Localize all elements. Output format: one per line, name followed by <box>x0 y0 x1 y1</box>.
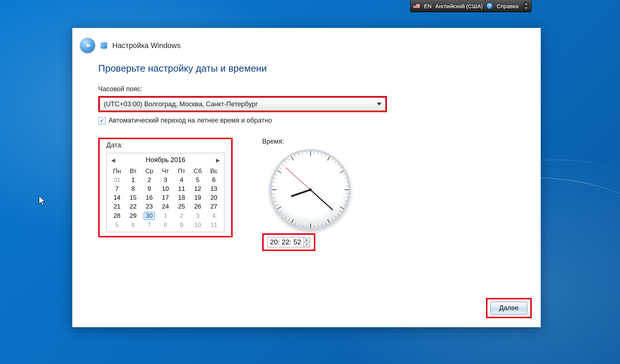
clock-tick <box>332 158 333 160</box>
calendar-day[interactable]: 19 <box>190 193 206 202</box>
calendar-weekday: Сб <box>190 167 206 176</box>
clock-tick <box>285 217 287 219</box>
clock-tick <box>282 164 284 166</box>
calendar-day[interactable]: 6 <box>206 176 222 185</box>
calendar-day[interactable]: 20 <box>206 193 222 202</box>
calendar-day[interactable]: 5 <box>190 176 206 185</box>
clock-tick <box>274 201 276 202</box>
dst-checkbox[interactable]: ✓ <box>98 117 106 124</box>
topbar-extra-button[interactable]: ▴▾ <box>524 2 529 10</box>
clock-tick <box>314 151 315 154</box>
calendar-day[interactable]: 25 <box>174 202 190 211</box>
calendar-weekday: Ср <box>141 167 157 176</box>
calendar-day[interactable]: 14 <box>109 193 125 202</box>
clock-tick <box>340 167 342 168</box>
clock-tick <box>340 170 344 173</box>
calendar-day[interactable]: 26 <box>190 202 206 211</box>
calendar-next-button[interactable]: ▶ <box>215 157 221 163</box>
calendar-day[interactable]: 2 <box>141 176 157 185</box>
calendar-weekday: Вс <box>206 167 222 176</box>
language-code[interactable]: EN <box>424 3 432 9</box>
clock-tick <box>280 211 281 213</box>
calendar-day[interactable]: 13 <box>206 185 222 193</box>
clock-tick <box>273 197 275 198</box>
next-button[interactable]: Далее <box>490 302 527 315</box>
dst-checkbox-row[interactable]: ✓ Автоматический переход на летнее время… <box>98 117 515 124</box>
clock-tick <box>344 204 346 205</box>
clock-tick <box>343 174 346 175</box>
help-icon[interactable]: ? <box>486 3 493 9</box>
help-label[interactable]: Справка <box>497 3 518 9</box>
calendar-day[interactable]: 1 <box>125 176 141 185</box>
calendar-month-title[interactable]: Ноябрь 2016 <box>145 156 185 164</box>
clock-tick <box>321 153 322 155</box>
clock-tick <box>346 181 348 182</box>
calendar-day[interactable]: 7 <box>109 185 125 193</box>
back-button[interactable] <box>80 38 95 53</box>
calendar-day[interactable]: 21 <box>109 202 125 211</box>
calendar-day[interactable]: 24 <box>157 202 174 211</box>
clock-tick <box>299 224 300 226</box>
calendar-day[interactable]: 16 <box>141 193 157 202</box>
spinner-up-icon[interactable]: ▲ <box>304 238 310 242</box>
clock-tick <box>310 151 311 156</box>
time-label: Время: <box>262 138 358 145</box>
calendar-day[interactable]: 11 <box>174 185 190 193</box>
clock-tick <box>346 185 349 186</box>
calendar-day[interactable]: 18 <box>174 193 190 202</box>
clock-tick <box>327 219 330 223</box>
calendar-day[interactable]: 27 <box>206 202 222 211</box>
calendar-day[interactable]: 5 <box>109 221 125 230</box>
clock-tick <box>274 178 276 179</box>
clock-tick <box>332 219 333 221</box>
clock-tick <box>273 193 275 194</box>
language-name[interactable]: Английский (США) <box>435 3 483 9</box>
timezone-highlight: (UTC+03:00) Волгоград, Москва, Санкт-Пет… <box>98 96 387 112</box>
calendar-day[interactable]: 3 <box>157 176 174 185</box>
calendar-day[interactable]: 28 <box>109 211 125 221</box>
setup-window: Настройка Windows Проверьте настройку да… <box>72 28 541 327</box>
calendar-day[interactable]: 22 <box>125 202 141 211</box>
calendar-prev-button[interactable]: ◀ <box>110 157 116 163</box>
clock-tick <box>345 178 347 179</box>
setup-title: Настройка Windows <box>112 41 181 50</box>
calendar-day[interactable]: 10 <box>190 221 206 230</box>
calendar-weekday: Чт <box>157 167 174 176</box>
calendar-weekday: Пт <box>174 167 190 176</box>
calendar-day[interactable]: 4 <box>206 211 222 221</box>
spinner-down-icon[interactable]: ▼ <box>304 242 310 247</box>
time-spinner-buttons[interactable]: ▲▼ <box>304 237 310 247</box>
calendar-day[interactable]: 9 <box>174 221 190 230</box>
calendar-day[interactable]: 11 <box>206 221 222 230</box>
calendar-day[interactable]: 10 <box>157 185 174 193</box>
clock-tick <box>340 211 342 212</box>
calendar-day[interactable]: 2 <box>174 211 190 221</box>
calendar-day[interactable]: 9 <box>141 185 157 193</box>
calendar-day[interactable]: 31 <box>109 176 125 185</box>
calendar-day[interactable]: 29 <box>125 211 141 221</box>
setup-icon <box>100 42 107 49</box>
calendar-day[interactable]: 15 <box>125 193 141 202</box>
calendar-day[interactable]: 8 <box>157 221 174 230</box>
timezone-value: (UTC+03:00) Волгоград, Москва, Санкт-Пет… <box>104 100 258 108</box>
clock-hand-min <box>310 189 333 210</box>
calendar-day[interactable]: 23 <box>141 202 157 211</box>
clock-tick <box>335 216 337 218</box>
clock-tick <box>306 152 307 154</box>
calendar-day[interactable]: 30 <box>141 211 157 221</box>
calendar-day[interactable]: 17 <box>157 193 174 202</box>
calendar-day[interactable]: 7 <box>141 221 157 230</box>
calendar-day[interactable]: 8 <box>125 185 141 193</box>
timezone-select[interactable]: (UTC+03:00) Волгоград, Москва, Санкт-Пет… <box>100 97 386 111</box>
calendar-day[interactable]: 1 <box>157 211 174 221</box>
clock-tick <box>277 206 281 209</box>
calendar-day[interactable]: 12 <box>190 185 206 193</box>
clock-tick <box>338 214 339 216</box>
time-input[interactable]: 20: 22: 52 <box>267 237 304 247</box>
calendar-day[interactable]: 3 <box>190 211 206 221</box>
clock-tick <box>295 155 296 157</box>
calendar: ◀ Ноябрь 2016 ▶ ПнВтСрЧтПтСбВс 311234567… <box>106 153 225 232</box>
calendar-day[interactable]: 4 <box>174 176 190 185</box>
clock-tick <box>306 226 307 228</box>
calendar-day[interactable]: 6 <box>125 221 141 230</box>
